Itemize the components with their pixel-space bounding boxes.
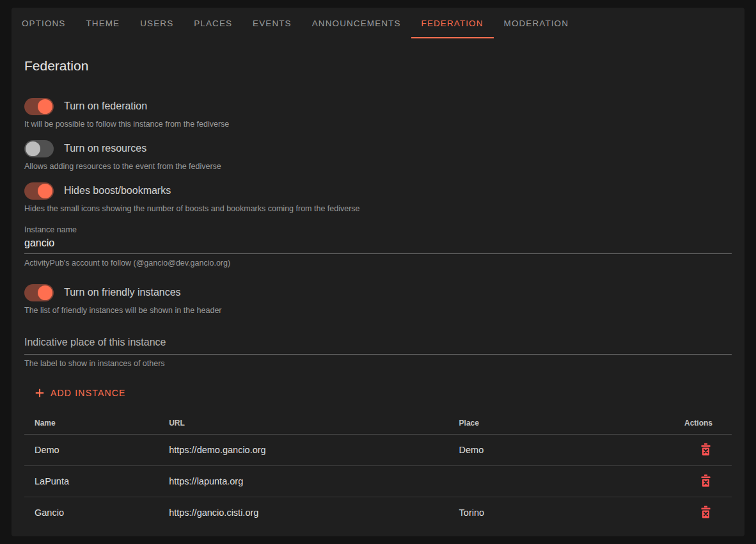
boost-bookmarks-toggle-label: Hides boost/bookmarks <box>64 185 171 196</box>
boost-bookmarks-toggle[interactable] <box>24 182 54 200</box>
toggle-thumb <box>38 285 52 300</box>
federation-hint: It will be possible to follow this insta… <box>24 120 732 129</box>
instance-name: Demo <box>24 434 159 465</box>
instance-name-field: Instance name ActivityPub's account to f… <box>24 225 732 268</box>
instance-place <box>449 465 668 497</box>
friendly-instances-toggle[interactable] <box>24 284 54 301</box>
delete-instance-button[interactable] <box>699 442 713 457</box>
header-name: Name <box>24 412 159 434</box>
instance-name-input[interactable] <box>24 235 732 254</box>
indicative-place-hint: The label to show in instances of others <box>24 359 732 369</box>
federation-toggle-label: Turn on federation <box>64 100 147 112</box>
instance-row: Gancio https://gancio.cisti.org Torino <box>24 497 732 528</box>
instance-url: https://lapunta.org <box>159 465 448 497</box>
plus-icon <box>35 388 45 398</box>
instance-name: Gancio <box>24 497 159 528</box>
trash-x-icon <box>700 443 711 456</box>
trash-x-icon <box>700 506 711 518</box>
instance-row: LaPunta https://lapunta.org <box>24 465 732 497</box>
delete-instance-button[interactable] <box>699 473 713 488</box>
add-instance-label: ADD INSTANCE <box>51 388 126 398</box>
toggle-thumb <box>38 99 52 114</box>
trash-x-icon <box>700 474 711 487</box>
delete-instance-button[interactable] <box>699 504 713 520</box>
admin-tabbar: OPTIONS THEME USERS PLACES EVENTS ANNOUN… <box>6 8 744 38</box>
boost-bookmarks-hint: Hides the small icons showing the number… <box>24 204 732 214</box>
tab-users[interactable]: USERS <box>130 8 184 38</box>
header-place: Place <box>449 412 668 434</box>
instance-place: Torino <box>449 497 668 528</box>
tab-announcements[interactable]: ANNOUNCEMENTS <box>302 8 411 38</box>
header-actions: Actions <box>668 412 732 434</box>
setting-friendly-instances: Turn on friendly instances The list of f… <box>24 284 732 316</box>
setting-federation: Turn on federation It will be possible t… <box>24 97 732 129</box>
instance-place: Demo <box>449 434 668 465</box>
resources-hint: Allows adding resources to the event fro… <box>24 162 732 172</box>
setting-resources: Turn on resources Allows adding resource… <box>24 140 732 172</box>
tab-options[interactable]: OPTIONS <box>12 8 75 38</box>
setting-boost-bookmarks: Hides boost/bookmarks Hides the small ic… <box>24 182 732 214</box>
instance-row: Demo https://demo.gancio.org Demo <box>24 434 732 465</box>
resources-toggle-label: Turn on resources <box>64 143 146 154</box>
page-title: Federation <box>24 58 732 74</box>
friendly-instances-hint: The list of friendly instances will be s… <box>24 306 732 316</box>
tab-events[interactable]: EVENTS <box>242 8 302 38</box>
tab-theme[interactable]: THEME <box>75 8 130 38</box>
tab-moderation[interactable]: MODERATION <box>494 8 579 38</box>
instances-table: Name URL Place Actions Demo https://demo… <box>24 412 732 528</box>
toggle-thumb <box>26 141 40 156</box>
indicative-place-input[interactable] <box>24 335 732 355</box>
federation-toggle[interactable] <box>24 98 54 115</box>
instance-name: LaPunta <box>24 465 159 497</box>
instance-name-hint: ActivityPub's account to follow (@gancio… <box>24 259 732 268</box>
federation-panel: Federation Turn on federation It will be… <box>12 58 744 528</box>
header-url: URL <box>159 412 448 434</box>
admin-panel-card: OPTIONS THEME USERS PLACES EVENTS ANNOUN… <box>12 8 744 536</box>
instance-url: https://gancio.cisti.org <box>159 497 448 528</box>
instance-url: https://demo.gancio.org <box>159 434 448 465</box>
add-instance-button[interactable]: ADD INSTANCE <box>24 384 136 402</box>
toggle-thumb <box>38 184 52 198</box>
resources-toggle[interactable] <box>24 140 54 157</box>
indicative-place-field: The label to show in instances of others <box>24 335 732 369</box>
table-header-row: Name URL Place Actions <box>24 412 732 434</box>
instance-name-label: Instance name <box>24 225 732 235</box>
friendly-instances-toggle-label: Turn on friendly instances <box>64 287 181 298</box>
tab-places[interactable]: PLACES <box>184 8 242 38</box>
tab-federation[interactable]: FEDERATION <box>411 8 494 38</box>
